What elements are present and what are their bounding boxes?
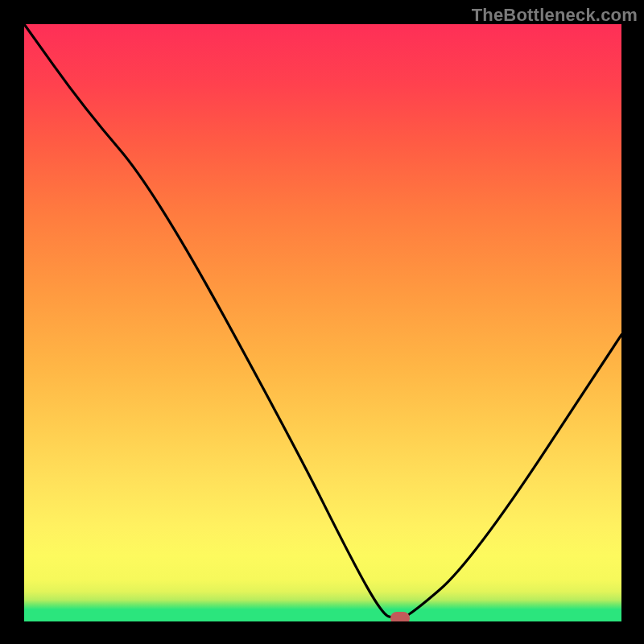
bottleneck-curve xyxy=(24,24,621,621)
chart-frame: TheBottleneck.com xyxy=(0,0,644,644)
plot-area xyxy=(24,24,621,621)
bottleneck-curve-path xyxy=(24,24,621,618)
watermark-text: TheBottleneck.com xyxy=(472,5,638,26)
optimum-marker xyxy=(390,612,410,621)
